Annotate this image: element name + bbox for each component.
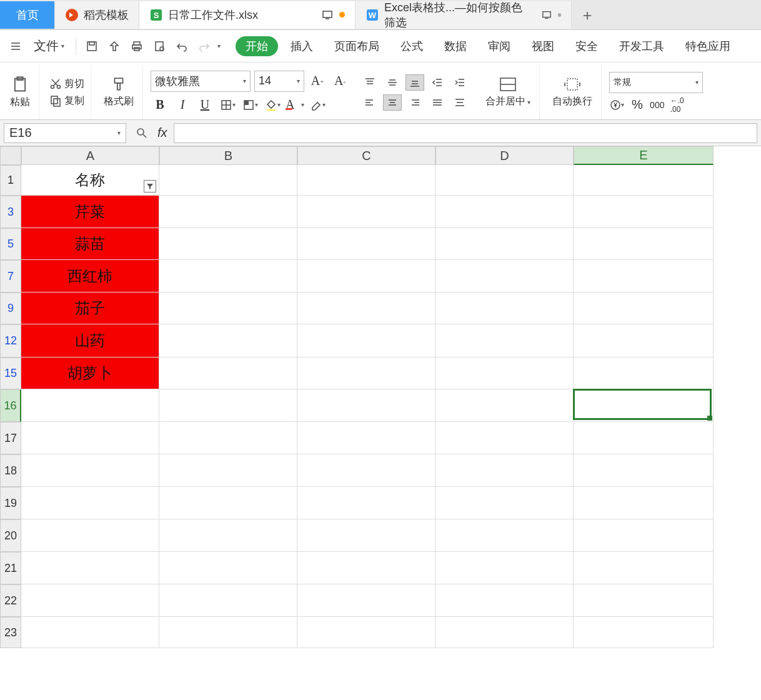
cell-E3[interactable] [574, 196, 714, 228]
eraser-button[interactable]: ▾ [308, 96, 327, 114]
cell-E15[interactable] [574, 358, 714, 389]
formula-input[interactable] [174, 123, 757, 143]
print-icon[interactable] [127, 37, 146, 56]
decrease-indent-button[interactable] [428, 74, 447, 91]
cell-C5[interactable] [297, 228, 435, 260]
cell-A23[interactable] [21, 617, 159, 648]
monitor-icon[interactable] [321, 8, 334, 22]
cell-E22[interactable] [574, 584, 714, 617]
cell-A22[interactable] [21, 584, 159, 617]
ribbon-insert[interactable]: 插入 [282, 36, 322, 56]
cell-D15[interactable] [435, 358, 574, 389]
cell-A12[interactable]: 山药 [21, 324, 159, 358]
row-header-18[interactable]: 18 [0, 454, 21, 487]
cell-D5[interactable] [435, 228, 574, 260]
tab-home[interactable]: 首页 [0, 1, 55, 29]
row-header-12[interactable]: 12 [0, 324, 21, 358]
align-center-button[interactable] [383, 94, 402, 111]
align-bottom-button[interactable] [405, 74, 424, 91]
cell-A7[interactable]: 西红柿 [21, 260, 159, 292]
cell-D18[interactable] [435, 454, 574, 487]
cell-B15[interactable] [159, 358, 297, 389]
increase-indent-button[interactable] [450, 74, 469, 91]
row-header-20[interactable]: 20 [0, 519, 21, 552]
cell-D22[interactable] [435, 584, 574, 617]
format-painter-button[interactable]: 格式刷 [99, 75, 139, 109]
cell-B16[interactable] [159, 389, 297, 422]
cell-B23[interactable] [159, 617, 297, 648]
cell-E12[interactable] [574, 324, 714, 358]
cell-E18[interactable] [574, 454, 714, 487]
col-header-A[interactable]: A [21, 146, 159, 165]
cell-D3[interactable] [435, 196, 574, 228]
print-preview-icon[interactable] [150, 37, 169, 56]
cell-B3[interactable] [159, 196, 297, 228]
cell-B9[interactable] [159, 292, 297, 324]
row-header-17[interactable]: 17 [0, 422, 21, 454]
cell-A3[interactable]: 芹菜 [21, 196, 159, 228]
fx-label[interactable]: fx [157, 126, 167, 140]
cell-E7[interactable] [574, 260, 714, 292]
ribbon-formula[interactable]: 公式 [392, 36, 432, 56]
cell-B12[interactable] [159, 324, 297, 358]
cell-C22[interactable] [297, 584, 435, 617]
col-header-E[interactable]: E [574, 146, 714, 165]
font-size-select[interactable]: 14▾ [254, 71, 304, 92]
cell-A5[interactable]: 蒜苗 [21, 228, 159, 260]
increase-decimal-button[interactable]: ←.0.00 [669, 97, 685, 113]
tab-other[interactable]: W Excel表格技...—如何按颜色筛选 [356, 1, 572, 29]
cell-D17[interactable] [435, 422, 574, 454]
cell-B17[interactable] [159, 422, 297, 454]
cell-B5[interactable] [159, 228, 297, 260]
row-header-21[interactable]: 21 [0, 552, 21, 584]
share-icon[interactable] [105, 37, 124, 56]
cell-B21[interactable] [159, 552, 297, 584]
cell-C20[interactable] [297, 519, 435, 552]
cell-C23[interactable] [297, 617, 435, 648]
cell-C21[interactable] [297, 552, 435, 584]
align-top-button[interactable] [361, 74, 379, 91]
cell-C1[interactable] [297, 165, 435, 196]
font-color-button[interactable]: A▾ [286, 96, 304, 114]
cell-E21[interactable] [574, 552, 714, 584]
monitor-icon[interactable] [540, 8, 553, 22]
wrap-text-button[interactable]: 自动换行 [547, 75, 597, 109]
cell-D12[interactable] [435, 324, 574, 358]
cell-A20[interactable] [21, 519, 159, 552]
save-icon[interactable] [82, 37, 101, 56]
cell-A19[interactable] [21, 487, 159, 519]
filter-icon[interactable] [144, 180, 156, 192]
col-header-C[interactable]: C [297, 146, 435, 165]
align-middle-button[interactable] [383, 74, 402, 91]
select-all-corner[interactable] [0, 146, 21, 165]
row-header-19[interactable]: 19 [0, 487, 21, 519]
cell-C9[interactable] [297, 292, 435, 324]
cell-D19[interactable] [435, 487, 574, 519]
col-header-D[interactable]: D [435, 146, 574, 165]
cell-E1[interactable] [574, 165, 714, 196]
cell-E5[interactable] [574, 228, 714, 260]
currency-button[interactable]: ¥▾ [609, 97, 625, 113]
tab-template[interactable]: 稻壳模板 [55, 1, 139, 29]
number-format-select[interactable]: 常规▾ [609, 72, 703, 93]
fill-color-button[interactable]: ▾ [263, 96, 282, 114]
cell-B19[interactable] [159, 487, 297, 519]
ribbon-dev-tools[interactable]: 开发工具 [610, 36, 673, 56]
comma-button[interactable]: 000 [649, 97, 665, 113]
cell-A1[interactable]: 名称 [21, 165, 159, 196]
cell-A18[interactable] [21, 454, 159, 487]
cell-B18[interactable] [159, 454, 297, 487]
border-button[interactable]: ▾ [218, 96, 237, 114]
row-header-1[interactable]: 1 [0, 165, 21, 196]
justify-button[interactable] [428, 94, 447, 111]
align-left-button[interactable] [361, 94, 379, 111]
file-menu[interactable]: 文件▾ [29, 35, 69, 57]
cell-D23[interactable] [435, 617, 574, 648]
cell-E23[interactable] [574, 617, 714, 648]
increase-font-icon[interactable]: A+ [308, 72, 327, 91]
ribbon-security[interactable]: 安全 [567, 36, 607, 56]
cell-B7[interactable] [159, 260, 297, 292]
undo-icon[interactable] [172, 37, 191, 56]
cell-D9[interactable] [435, 292, 574, 324]
ribbon-view[interactable]: 视图 [523, 36, 563, 56]
